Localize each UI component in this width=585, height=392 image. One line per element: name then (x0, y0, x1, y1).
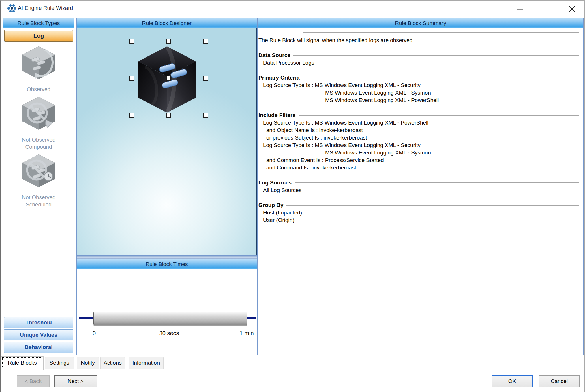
title-bar: AI Engine Rule Wizard (1, 1, 584, 17)
logrhythm-dots-icon (7, 4, 16, 13)
back-button[interactable]: < Back (17, 375, 50, 387)
rule-block-summary-header: Rule Block Summary (258, 18, 583, 28)
type-item-not-observed-compound[interactable]: Not ObservedCompound (3, 96, 74, 150)
type-category-buttons: ThresholdUnique ValuesBehavioral (4, 316, 73, 353)
summary-line: Log Source Type Is : MS Windows Event Lo… (258, 142, 579, 149)
summary-section-heading: Data Source (258, 52, 579, 59)
tab-notify[interactable]: Notify (77, 357, 99, 369)
selection-handle-2-1[interactable] (166, 113, 171, 118)
summary-line: Log Source Type Is : MS Windows Event Lo… (258, 119, 579, 127)
tab-actions[interactable]: Actions (100, 357, 125, 369)
time-tick-1-min: 1 min (240, 330, 254, 337)
summary-section-heading: Primary Criteria (258, 74, 579, 82)
maximize-button[interactable] (539, 3, 553, 14)
summary-section-data-source: Data SourceData Processor Logs (258, 52, 579, 67)
summary-section-title: Primary Criteria (258, 74, 300, 82)
type-item-not-observed-scheduled[interactable]: Not ObservedScheduled (3, 153, 74, 208)
selection-handle-1-0[interactable] (129, 76, 134, 81)
summary-section-title: Log Sources (258, 179, 292, 186)
selection-handle-1-1[interactable] (166, 76, 171, 81)
summary-section-group-by: Group ByHost (Impacted)User (Origin) (258, 201, 579, 224)
not-observed-compound-cube-icon (3, 96, 74, 131)
minimize-icon (517, 9, 523, 10)
summary-line: MS Windows Event Logging XML - PowerShel… (258, 97, 579, 104)
not-observed-scheduled-cube-icon (3, 153, 74, 189)
window-title: AI Engine Rule Wizard (18, 5, 73, 11)
summary-intro-text: The Rule Block will signal when the spec… (258, 37, 579, 44)
rule-block-types-header: Rule Block Types (3, 18, 74, 28)
summary-top-rule (303, 32, 579, 33)
time-range-slider[interactable] (93, 312, 247, 325)
log-type-button[interactable]: Log (4, 30, 73, 42)
summary-line: or previous Subject Is : invoke-kerberoa… (258, 134, 579, 142)
unique-values-type-button[interactable]: Unique Values (4, 329, 73, 340)
ok-button[interactable]: OK (492, 375, 533, 387)
rule-block-designer-panel: Rule Block Designer (76, 18, 257, 256)
selection-handle-2-2[interactable] (203, 113, 208, 118)
close-button[interactable] (565, 3, 579, 14)
summary-line: and Common Event Is : Process/Service St… (258, 157, 579, 164)
type-item-label: Observed (3, 86, 74, 93)
behavioral-type-button[interactable]: Behavioral (4, 342, 73, 353)
summary-section-heading: Include Filters (258, 112, 579, 119)
summary-section-rule (295, 182, 579, 183)
time-tick-0: 0 (93, 330, 96, 337)
rule-block-types-panel: Rule Block Types Log ObservedNot Observe… (3, 18, 74, 355)
summary-line: User (Origin) (258, 216, 579, 224)
selection-handle-2-0[interactable] (129, 113, 134, 118)
rule-block-designer-header: Rule Block Designer (77, 18, 257, 28)
type-item-label: Not ObservedCompound (3, 136, 74, 150)
summary-line: MS Windows Event Logging XML - Sysmon (258, 149, 579, 157)
rule-block-types-body: Log ObservedNot ObservedCompoundNot Obse… (3, 28, 74, 355)
rule-block-type-list: ObservedNot ObservedCompoundNot Observed… (3, 42, 74, 208)
summary-section-include-filters: Include FiltersLog Source Type Is : MS W… (258, 112, 579, 171)
time-tick-30-secs: 30 secs (159, 330, 179, 337)
rule-block-summary-body: The Rule Block will signal when the spec… (258, 28, 583, 355)
next-button[interactable]: Next > (54, 375, 97, 387)
summary-section-rule (293, 55, 579, 56)
summary-line: Data Processor Logs (258, 59, 579, 67)
observed-cube-icon (3, 45, 74, 80)
selection-handle-0-0[interactable] (129, 39, 134, 44)
summary-sections: Data SourceData Processor LogsPrimary Cr… (258, 52, 579, 224)
summary-line: and Command Is : invoke-kerberoast (258, 164, 579, 171)
summary-line: Host (Impacted) (258, 209, 579, 216)
tab-information[interactable]: Information (129, 357, 164, 369)
summary-section-log-sources: Log SourcesAll Log Sources (258, 179, 579, 194)
threshold-type-button[interactable]: Threshold (4, 317, 73, 328)
summary-line: and Object Name Is : invoke-kerberoast (258, 127, 579, 134)
rule-block-times-body: 030 secs1 min (77, 269, 257, 355)
minimize-button[interactable] (513, 3, 527, 14)
maximize-icon (543, 6, 549, 12)
rule-block-summary-panel: Rule Block Summary The Rule Block will s… (257, 18, 584, 355)
rule-block-times-panel: Rule Block Times 030 secs1 min (76, 259, 257, 355)
summary-section-primary-criteria: Primary CriteriaLog Source Type Is : MS … (258, 74, 579, 104)
summary-section-rule (286, 205, 579, 206)
cancel-button[interactable]: Cancel (539, 375, 580, 387)
tab-rule-blocks[interactable]: Rule Blocks (1, 356, 44, 370)
summary-section-rule (299, 115, 579, 116)
selection-handle-1-2[interactable] (203, 76, 208, 81)
summary-section-heading: Group By (258, 201, 579, 209)
summary-section-title: Data Source (258, 52, 290, 59)
summary-section-title: Include Filters (258, 112, 296, 119)
designer-canvas[interactable] (77, 28, 257, 255)
type-item-observed[interactable]: Observed (3, 45, 74, 93)
tab-settings[interactable]: Settings (45, 357, 74, 369)
close-icon (569, 5, 575, 12)
type-item-label: Not ObservedScheduled (3, 194, 74, 208)
summary-line: Log Source Type Is : MS Windows Event Lo… (258, 82, 579, 89)
summary-line: All Log Sources (258, 186, 579, 194)
selection-handle-0-1[interactable] (166, 39, 171, 44)
rule-block-times-header: Rule Block Times (77, 259, 257, 269)
summary-section-heading: Log Sources (258, 179, 579, 186)
selection-handle-0-2[interactable] (203, 39, 208, 44)
ai-engine-rule-wizard-window: AI Engine Rule Wizard Rule Block Types L… (0, 0, 585, 392)
summary-section-title: Group By (258, 201, 284, 209)
summary-line: MS Windows Event Logging XML - Sysmon (258, 89, 579, 97)
summary-section-rule (303, 78, 579, 78)
designer-times-splitter[interactable] (76, 256, 257, 259)
